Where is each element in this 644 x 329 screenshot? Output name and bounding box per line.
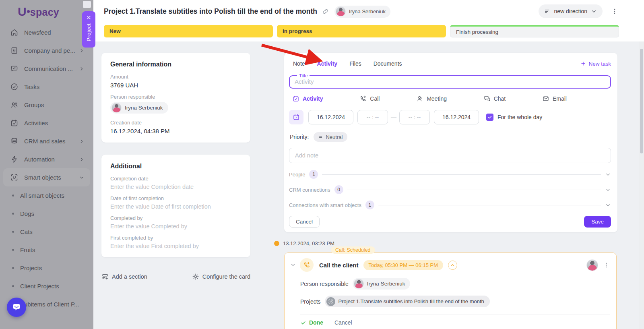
smart-object-connections-label: Connections with smart objects xyxy=(289,202,361,208)
smart-object-connections-row: Connections with smart objects 1 xyxy=(289,201,611,209)
person-chip[interactable]: Iryna Serbeniuk xyxy=(110,102,168,114)
calendar-icon[interactable] xyxy=(289,110,303,124)
chevron-down-icon[interactable] xyxy=(605,172,611,178)
sidebar-collapse-button[interactable] xyxy=(83,1,91,8)
phone-icon xyxy=(359,95,367,102)
stage-label: Finish processing xyxy=(456,29,498,35)
call-kebab-menu[interactable] xyxy=(603,262,610,269)
chevron-down-icon[interactable] xyxy=(605,187,611,193)
scrollbar-track[interactable] xyxy=(639,41,644,329)
field-label: Completed by xyxy=(110,215,242,221)
card-title: General information xyxy=(110,61,242,68)
owner-chip[interactable]: Iryna Serbeniuk xyxy=(334,6,390,18)
time-range-separator: — xyxy=(391,114,396,120)
field-label: Date of first completion xyxy=(110,195,242,201)
priority-value: Neutral xyxy=(326,134,343,140)
chat-widget-button[interactable] xyxy=(7,298,26,317)
add-section-label: Add a section xyxy=(112,273,147,280)
end-date-input[interactable] xyxy=(434,110,479,124)
panel-tabs: Note Activity Files Documents New task xyxy=(289,59,611,68)
new-task-button[interactable]: New task xyxy=(580,61,611,67)
project-chip[interactable]: Project 1.Translate subtitles into Polis… xyxy=(325,296,490,307)
field-completion-date[interactable]: Completion date Enter the value Completi… xyxy=(110,176,242,190)
cancel-button[interactable]: Cancel xyxy=(289,216,320,228)
chevron-down-icon[interactable] xyxy=(605,202,611,208)
stage-label: In progress xyxy=(283,28,312,34)
whole-day-checkbox[interactable] xyxy=(486,114,493,121)
call-time-chip[interactable]: Today, 05:30 PM — 06:15 PM xyxy=(363,260,443,270)
additional-card: Additional Completion date Enter the val… xyxy=(101,155,250,257)
gear-icon xyxy=(192,273,199,280)
note-input[interactable] xyxy=(289,148,611,163)
tab-activity[interactable]: Activity xyxy=(317,60,338,67)
configure-card-button[interactable]: Configure the card xyxy=(192,273,250,280)
check-icon xyxy=(300,320,306,326)
field-placeholder: Enter the value Completed by xyxy=(110,223,242,230)
project-panel-tab[interactable]: Project xyxy=(82,11,95,48)
stage-new[interactable]: New xyxy=(104,25,273,37)
chevron-down-icon xyxy=(591,8,597,14)
person-chip[interactable]: Iryna Serbeniuk xyxy=(353,278,411,290)
type-email[interactable]: Email xyxy=(542,94,567,103)
owner-name: Iryna Serbeniuk xyxy=(349,8,386,14)
add-section-button[interactable]: Add a section xyxy=(101,273,147,280)
avatar xyxy=(111,103,122,113)
stage-finish-processing[interactable]: Finish processing xyxy=(450,25,619,37)
crm-connections-row: CRM connections 0 xyxy=(289,185,611,194)
stage-in-progress[interactable]: In progress xyxy=(277,25,446,37)
new-task-label: New task xyxy=(588,61,611,67)
field-first-completed-by[interactable]: First completed by Enter the value First… xyxy=(110,235,242,249)
copy-link-icon[interactable] xyxy=(322,8,329,15)
type-chat[interactable]: Chat xyxy=(483,94,506,103)
divider xyxy=(378,205,601,205)
type-activity[interactable]: Activity xyxy=(292,94,323,103)
whole-day-label[interactable]: For the whole day xyxy=(497,114,542,120)
stage-label: New xyxy=(109,28,121,34)
activity-title-field[interactable]: Title xyxy=(289,73,611,89)
chevron-up-icon[interactable] xyxy=(448,261,457,270)
add-section-icon xyxy=(101,273,109,280)
person-name: Iryna Serbeniuk xyxy=(367,281,405,287)
close-icon[interactable] xyxy=(86,15,91,20)
project-panel: Project 1.Translate subtitles into Polis… xyxy=(93,0,644,329)
header-kebab-menu[interactable] xyxy=(611,8,618,15)
type-meeting[interactable]: Meeting xyxy=(416,94,447,103)
scrollbar-thumb[interactable] xyxy=(640,49,643,153)
start-date-input[interactable] xyxy=(308,110,353,124)
end-time-input[interactable] xyxy=(399,110,430,124)
call-card-controls xyxy=(586,259,610,271)
tab-note[interactable]: Note xyxy=(293,60,305,67)
equals-icon xyxy=(318,134,323,139)
avatar xyxy=(586,259,598,271)
field-value: 3769 UAH xyxy=(110,82,242,89)
save-button[interactable]: Save xyxy=(584,216,611,228)
new-direction-label: new direction xyxy=(554,8,588,14)
field-completed-by[interactable]: Completed by Enter the value Completed b… xyxy=(110,215,242,230)
general-information-card: General information Amount 3769 UAH Pers… xyxy=(101,53,250,143)
tab-files[interactable]: Files xyxy=(349,60,361,67)
card-title: Additional xyxy=(110,163,242,170)
start-time-input[interactable] xyxy=(357,110,388,124)
field-placeholder: Enter the value Date of first completion xyxy=(110,203,242,210)
priority-chip[interactable]: Neutral xyxy=(314,132,347,142)
type-label: Email xyxy=(553,95,567,102)
card-footer: Add a section Configure the card xyxy=(101,273,250,280)
tab-documents[interactable]: Documents xyxy=(374,60,402,67)
stage-bar: New In progress Finish processing xyxy=(104,25,619,37)
chat-bubble-icon xyxy=(12,302,21,312)
done-button[interactable]: Done xyxy=(300,319,323,326)
person-responsible-label: Person responsible xyxy=(300,281,349,287)
priority-row: Priority: Neutral xyxy=(289,132,611,142)
avatar xyxy=(354,279,364,289)
call-cancel-button[interactable]: Cancel xyxy=(334,319,352,326)
activity-title-input[interactable] xyxy=(295,78,605,85)
new-direction-button[interactable]: new direction xyxy=(539,4,603,18)
schedule-row: — For the whole day xyxy=(289,110,611,124)
field-label: Creation date xyxy=(110,120,242,126)
field-date-first-completion[interactable]: Date of first completion Enter the value… xyxy=(110,195,242,210)
chevron-down-icon[interactable] xyxy=(290,262,296,268)
call-title: Call the client xyxy=(319,262,359,269)
call-icon xyxy=(300,258,314,272)
field-placeholder: Enter the value First completed by xyxy=(110,243,242,249)
type-call[interactable]: Call xyxy=(359,94,380,103)
